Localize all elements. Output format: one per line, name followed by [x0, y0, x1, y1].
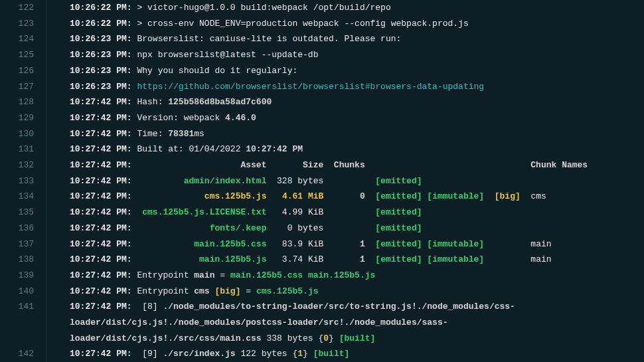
log-segment: Version: webpack — [132, 113, 225, 123]
log-line: 10:26:23 PM: Why you should do it regula… — [70, 63, 644, 79]
log-segment: cms.125b5.js.LICENSE.txt — [142, 207, 266, 217]
log-segment: 0 — [323, 333, 329, 343]
log-line: 10:26:22 PM: > victor-hugo@1.0.0 build:w… — [70, 0, 644, 16]
log-segment: main — [484, 239, 551, 249]
log-segment: [emitted] — [375, 207, 422, 217]
line-number: 125 — [0, 47, 34, 63]
log-segment: ./src/index.js — [163, 349, 235, 359]
log-line-wrap: loader/dist/cjs.js!./src/css/main.css 33… — [70, 331, 644, 347]
log-segment: > cross-env NODE_ENV=production webpack … — [132, 19, 469, 29]
line-number-gutter: 1221231241251261271281291301311321331341… — [0, 0, 46, 362]
log-line: 10:27:42 PM: [9] ./src/index.js 122 byte… — [70, 346, 644, 362]
log-line: 10:27:42 PM: cms.125b5.js.LICENSE.txt 4.… — [70, 205, 644, 221]
log-segment — [132, 223, 210, 233]
log-segment: 338 bytes { — [262, 333, 324, 343]
log-line: 10:27:42 PM: [8] ./node_modules/to-strin… — [70, 299, 644, 315]
log-line: 10:27:42 PM: Entrypoint main = main.125b… — [70, 268, 644, 284]
log-segment: cms.125b5.js — [204, 191, 267, 201]
line-number: 130 — [0, 126, 34, 142]
line-number: 134 — [0, 189, 34, 205]
build-log-pane: 1221231241251261271281291301311321331341… — [0, 0, 644, 362]
line-number: 133 — [0, 173, 34, 189]
log-segment: [big] — [214, 286, 240, 296]
log-segment: loader/dist/cjs.js!./node_modules/postcs… — [70, 317, 448, 327]
log-segment: 0 bytes — [266, 223, 375, 233]
log-line: 10:27:42 PM: Time: 78381ms — [70, 126, 644, 142]
timestamp: 10:27:42 PM: — [70, 270, 132, 280]
log-segment: [built] — [313, 349, 350, 359]
log-segment: https://github.com/browserslist/browsers… — [137, 82, 484, 92]
timestamp: 10:27:42 PM: — [70, 144, 132, 154]
log-segment: admin/index.html — [184, 176, 267, 186]
line-number: 131 — [0, 141, 34, 157]
log-segment: = — [214, 270, 230, 280]
timestamp: 10:27:42 PM: — [70, 113, 132, 123]
timestamp: 10:26:22 PM: — [70, 3, 132, 13]
log-line: 10:26:23 PM: Browserslist: caniuse-lite … — [70, 31, 644, 47]
log-segment: main.125b5.js — [199, 254, 266, 264]
line-number: 128 — [0, 94, 34, 110]
log-segment: 10:27:42 PM — [246, 144, 303, 154]
log-segment: [emitted] [immutable] — [375, 239, 484, 249]
log-segment: 122 bytes { — [236, 349, 298, 359]
log-segment: = — [240, 286, 256, 296]
line-number: 123 — [0, 16, 34, 32]
log-segment: [emitted] [immutable] — [375, 254, 484, 264]
log-line: 10:27:42 PM: main.125b5.css 83.9 KiB 1 [… — [70, 236, 644, 252]
timestamp: 10:26:23 PM: — [70, 82, 132, 92]
line-number: 132 — [0, 157, 34, 173]
line-number: 129 — [0, 110, 34, 126]
log-line: 10:27:42 PM: Asset Size Chunks Chunk Nam… — [70, 157, 644, 173]
log-segment: 4.46.0 — [225, 113, 256, 123]
log-segment: main.125b5.js — [308, 270, 375, 280]
log-line: 10:27:42 PM: admin/index.html 328 bytes … — [70, 173, 644, 189]
log-segment: [9] — [132, 349, 163, 359]
log-line: 10:26:23 PM: https://github.com/browsers… — [70, 79, 644, 95]
log-segment: main — [484, 254, 551, 264]
timestamp: 10:27:42 PM: — [70, 302, 132, 312]
log-segment: 3.74 KiB — [266, 254, 359, 264]
log-segment — [365, 254, 376, 264]
log-line: 10:26:23 PM: npx browserslist@latest --u… — [70, 47, 644, 63]
log-segment: fonts/.keep — [210, 223, 267, 233]
log-segment: main.125b5.css — [230, 270, 303, 280]
timestamp: 10:27:42 PM: — [70, 176, 132, 186]
line-number: 142 — [0, 346, 34, 362]
line-number: 141 — [0, 299, 34, 315]
log-segment: Time: — [132, 129, 169, 139]
log-line: 10:27:42 PM: Version: webpack 4.46.0 — [70, 110, 644, 126]
log-segment — [266, 191, 282, 201]
log-segment: [emitted] — [375, 176, 422, 186]
timestamp: 10:27:42 PM: — [70, 223, 132, 233]
log-segment: main — [194, 270, 214, 280]
log-segment: [big] — [495, 191, 521, 201]
log-segment: cms — [521, 191, 546, 201]
log-segment: Hash: — [132, 97, 169, 107]
timestamp: 10:27:42 PM: — [70, 239, 132, 249]
log-segment: [emitted] [immutable] — [375, 191, 484, 201]
timestamp: 10:27:42 PM: — [70, 349, 132, 359]
line-number: 137 — [0, 236, 34, 252]
log-segment — [132, 191, 204, 201]
log-line: 10:27:42 PM: Entrypoint cms [big] = cms.… — [70, 284, 644, 300]
timestamp: 10:27:42 PM: — [70, 191, 132, 201]
log-segment — [365, 191, 376, 201]
log-segment: Why you should do it regularly: — [132, 66, 298, 76]
timestamp: 10:27:42 PM: — [70, 160, 132, 170]
log-segment — [323, 191, 360, 201]
log-segment: Built at: 01/04/2022 — [132, 144, 246, 154]
log-segment: 0 — [360, 191, 365, 201]
log-line: 10:27:42 PM: Hash: 125b586d8ba58ad7c600 — [70, 94, 644, 110]
log-segment: npx browserslist@latest --update-db — [132, 50, 319, 60]
line-number: 136 — [0, 221, 34, 236]
log-segment: Browserslist: caniuse-lite is outdated. … — [132, 34, 402, 44]
log-line: 10:27:42 PM: fonts/.keep 0 bytes [emitte… — [70, 221, 644, 236]
line-number: 122 — [0, 0, 34, 16]
log-segment: 1 — [360, 254, 365, 264]
line-number: 139 — [0, 268, 34, 284]
timestamp: 10:26:23 PM: — [70, 50, 132, 60]
log-content[interactable]: 10:26:22 PM: > victor-hugo@1.0.0 build:w… — [46, 0, 644, 362]
log-segment: [emitted] — [375, 223, 422, 233]
timestamp: 10:27:42 PM: — [70, 286, 132, 296]
log-line-wrap: loader/dist/cjs.js!./node_modules/postcs… — [70, 315, 644, 331]
